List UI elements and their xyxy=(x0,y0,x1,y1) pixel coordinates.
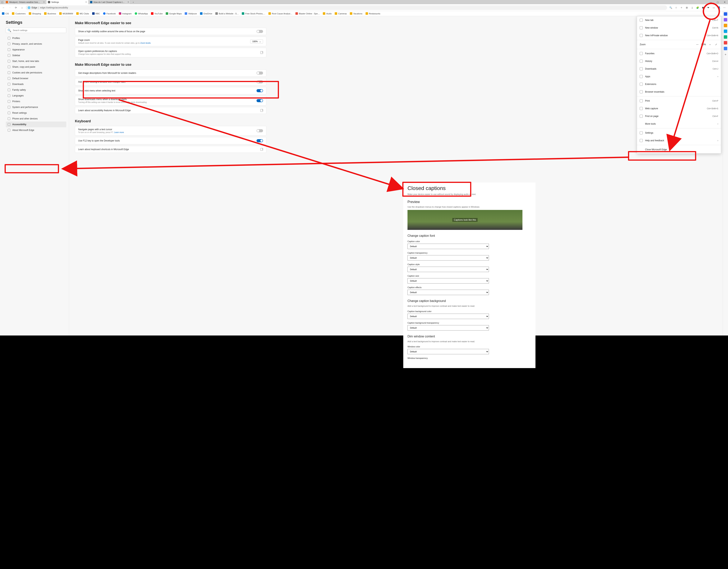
rail-outlook-icon[interactable] xyxy=(724,47,727,50)
zoom-levels-link[interactable]: Zoom levels xyxy=(140,42,151,44)
nav-start[interactable]: Start, home, and new tabs xyxy=(6,58,66,64)
cc-select-bgc[interactable]: Default xyxy=(407,314,489,319)
cc-select-wc[interactable]: Default xyxy=(407,349,489,354)
row-kbdshortcuts[interactable]: Learn about keyboard shortcuts in Micros… xyxy=(75,146,266,153)
bookmark-youtube[interactable]: YouTube xyxy=(150,12,163,15)
menu-favorites[interactable]: FavoritesCtrl+Shift+O xyxy=(637,50,721,57)
extensions-icon[interactable]: ⊞ xyxy=(684,5,689,10)
zoom-in-button[interactable]: ＋ xyxy=(708,43,712,46)
nav-system[interactable]: System and performance xyxy=(6,104,66,110)
rail-search-icon[interactable] xyxy=(724,12,727,16)
row-learnacc[interactable]: Learn about accessibility features in Mi… xyxy=(75,107,266,114)
rail-chat-icon[interactable] xyxy=(724,18,727,21)
settings-search[interactable]: 🔍 xyxy=(6,28,66,33)
menu-moretools[interactable]: More tools› xyxy=(637,120,721,128)
bookmark-rbc[interactable]: RBC xyxy=(91,12,101,15)
bookmark-shopping[interactable]: Shopping xyxy=(28,12,42,15)
nav-default[interactable]: Default browser xyxy=(6,75,66,81)
close-icon[interactable]: × xyxy=(43,1,45,3)
toggle-imgdesc[interactable] xyxy=(257,71,263,75)
nav-appearance[interactable]: Appearance xyxy=(6,47,66,52)
nav-phone[interactable]: Phone and other devices xyxy=(6,116,66,121)
bookmark-onedrive[interactable]: OneDrive xyxy=(199,12,213,15)
bookmark-facebook[interactable]: Facebook xyxy=(102,12,116,15)
toggle-dlmenu[interactable] xyxy=(257,99,263,102)
bookmark-blaster[interactable]: Blaster Online - Spe… xyxy=(295,12,321,15)
menu-apps[interactable]: Apps› xyxy=(637,73,721,80)
close-icon[interactable]: × xyxy=(85,1,87,3)
menu-help[interactable]: Help and feedback› xyxy=(637,137,721,144)
bookmark-rca[interactable]: Root Cause Analysi… xyxy=(268,12,293,15)
toggle-minimenu[interactable] xyxy=(257,89,263,92)
back-button[interactable]: ← xyxy=(1,5,6,10)
tab-help[interactable]: How do I set Closed Captions t… × xyxy=(89,0,131,4)
menu-print[interactable]: PrintCtrl+P xyxy=(637,97,721,105)
row-captions[interactable]: Open system preferences for captions Cha… xyxy=(75,48,266,57)
rail-office-icon[interactable] xyxy=(724,41,727,44)
cc-select-eff[interactable]: Default xyxy=(407,290,489,295)
nav-family[interactable]: Family safety xyxy=(6,87,66,93)
menu-history[interactable]: HistoryCtrl+H xyxy=(637,57,721,65)
nav-privacy[interactable]: Privacy, search, and services xyxy=(6,41,66,47)
caret-learnmore-link[interactable]: Learn more xyxy=(114,131,124,133)
toggle-askclose[interactable] xyxy=(257,80,263,83)
bookmark-mgbbmw[interactable]: MGB/BMW xyxy=(58,12,74,15)
nav-about[interactable]: About Microsoft Edge xyxy=(6,127,66,133)
bookmark-business[interactable]: Business xyxy=(43,12,57,15)
nav-reset[interactable]: Reset settings xyxy=(6,110,66,116)
menu-inprivate[interactable]: New InPrivate windowCtrl+Shift+N xyxy=(637,32,721,39)
url-field[interactable]: 🌐 Edge | edge://settings/accessibility xyxy=(26,5,667,10)
bookmark-cameras[interactable]: Cameras xyxy=(334,12,348,15)
zoom-out-button[interactable]: — xyxy=(695,43,699,46)
menu-webcapture[interactable]: Web captureCtrl+Shift+S xyxy=(637,105,721,112)
bookmark-audio[interactable]: Audio xyxy=(322,12,332,15)
bookmark-gmaps[interactable]: Google Maps xyxy=(165,12,182,15)
bookmark-mgclubs[interactable]: MG Clubs xyxy=(75,12,90,15)
bookmark-stock[interactable]: Free Stock Photos,… xyxy=(241,12,266,15)
nav-share[interactable]: Share, copy and paste xyxy=(6,64,66,70)
fullscreen-button[interactable]: ⤢ xyxy=(714,43,718,46)
nav-profiles[interactable]: Profiles xyxy=(6,35,66,41)
nav-sidebar[interactable]: Sidebar xyxy=(6,52,66,58)
profile-icon[interactable]: 👤 xyxy=(717,5,721,10)
menu-close-edge[interactable]: Close Microsoft Edge xyxy=(637,146,721,153)
window-menu-icon[interactable]: ▢ xyxy=(0,0,4,4)
cc-select-trans[interactable]: Default xyxy=(407,255,489,260)
cc-select-style[interactable]: Default xyxy=(407,267,489,272)
home-button[interactable]: ⌂ xyxy=(20,5,25,10)
zoom-select[interactable]: 100%⌄ xyxy=(250,39,263,43)
minimize-button[interactable]: — xyxy=(707,0,714,4)
wallet-icon[interactable]: ▭ xyxy=(711,5,716,10)
performance-icon[interactable]: ❤ xyxy=(706,5,711,10)
read-aloud-icon[interactable]: 🔍 xyxy=(668,5,673,10)
rail-games-icon[interactable] xyxy=(724,35,727,39)
new-tab-button[interactable]: ＋ xyxy=(131,0,136,4)
puzzle-icon[interactable]: 🧩 xyxy=(695,5,700,10)
rail-add-icon[interactable]: ＋ xyxy=(724,52,727,57)
settings-search-input[interactable] xyxy=(13,29,65,31)
forward-button[interactable]: → xyxy=(7,5,12,10)
close-window-button[interactable]: ✕ xyxy=(721,0,728,4)
nav-printers[interactable]: Printers xyxy=(6,98,66,104)
nav-downloads[interactable]: Downloads xyxy=(6,81,66,87)
cc-select-size[interactable]: Default xyxy=(407,278,489,283)
tab-weather[interactable]: Westport, Ontario weather fore… × xyxy=(4,0,46,4)
refresh-button[interactable]: ⟳ xyxy=(13,5,18,10)
rail-tools-icon[interactable] xyxy=(724,30,727,33)
bookmark-customers[interactable]: Customers xyxy=(11,12,26,15)
close-icon[interactable]: × xyxy=(128,1,129,3)
maximize-button[interactable]: ▢ xyxy=(714,0,721,4)
menu-newwindow[interactable]: New windowCtrl+N xyxy=(637,24,721,32)
shield-icon[interactable]: ⬣ xyxy=(700,5,705,10)
bookmark-build[interactable]: Build a Website - S… xyxy=(215,12,239,15)
cc-select-bgt[interactable]: Default xyxy=(407,325,489,331)
nav-cookies[interactable]: Cookies and site permissions xyxy=(6,70,66,75)
nav-languages[interactable]: Languages xyxy=(6,93,66,98)
site-identity-icon[interactable]: 🌐 xyxy=(28,6,30,9)
cc-select-color[interactable]: Default xyxy=(407,244,489,249)
menu-find[interactable]: Find on pageCtrl+F xyxy=(637,112,721,120)
favorite-icon[interactable]: ☆ xyxy=(674,5,679,10)
collections-icon[interactable]: ✧ xyxy=(679,5,684,10)
bookmark-instagram[interactable]: Instagram xyxy=(118,12,132,15)
more-menu-button[interactable]: ⋯ xyxy=(722,5,727,10)
